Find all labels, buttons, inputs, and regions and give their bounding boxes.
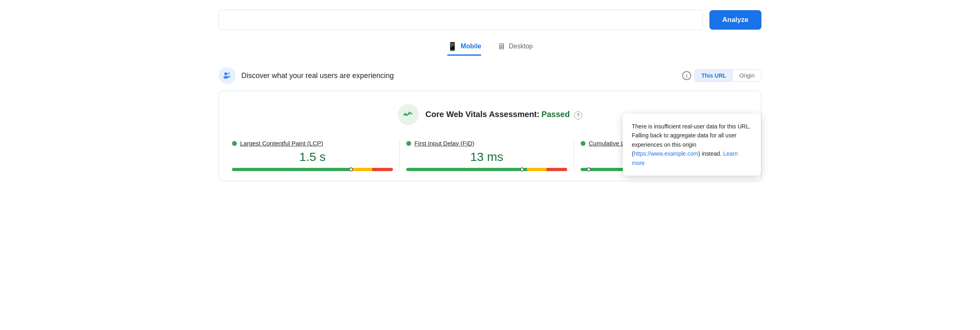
lcp-marker <box>349 167 353 172</box>
cwv-help-icon[interactable]: ? <box>574 111 582 119</box>
tooltip-link[interactable]: https://www.example.com <box>634 150 698 157</box>
tooltip: There is insufficient real-user data for… <box>623 114 761 176</box>
section-header: Discover what your real users are experi… <box>219 67 761 84</box>
svg-point-4 <box>405 114 406 116</box>
section-title-group: Discover what your real users are experi… <box>219 67 394 84</box>
lcp-bar <box>232 168 393 171</box>
origin-toggle[interactable]: Origin <box>733 70 761 81</box>
tab-mobile[interactable]: 📱 Mobile <box>447 41 481 56</box>
tooltip-text-part2: ) instead. <box>698 150 722 157</box>
section-title: Discover what your real users are experi… <box>241 72 394 80</box>
lcp-name[interactable]: Largest Contentful Paint (LCP) <box>240 140 323 147</box>
url-origin-group: i This URL Origin <box>682 69 761 82</box>
cwv-status: Passed <box>541 110 570 119</box>
svg-point-1 <box>228 72 230 74</box>
fid-bar <box>406 168 567 171</box>
cwv-label-group: Core Web Vitals Assessment: Passed ? <box>425 110 582 119</box>
info-icon[interactable]: i <box>682 71 691 80</box>
device-tabs: 📱 Mobile 🖥 Desktop <box>219 41 761 56</box>
lcp-dot <box>232 141 237 146</box>
metric-fid-label-row: First Input Delay (FID) <box>406 140 567 147</box>
url-input[interactable]: https://www.example.com/page1 <box>219 10 703 30</box>
cwv-assessment-label: Core Web Vitals Assessment: <box>425 110 540 119</box>
svg-point-3 <box>227 76 231 78</box>
url-bar-section: https://www.example.com/page1 Analyze <box>219 10 761 30</box>
desktop-icon: 🖥 <box>497 42 505 51</box>
fid-value: 13 ms <box>406 150 567 164</box>
analyze-button[interactable]: Analyze <box>709 10 761 30</box>
metric-lcp-label-row: Largest Contentful Paint (LCP) <box>232 140 393 147</box>
fid-marker <box>520 167 524 172</box>
mobile-icon: 📱 <box>447 41 457 51</box>
fid-name[interactable]: First Input Delay (FID) <box>414 140 475 147</box>
this-url-toggle[interactable]: This URL <box>695 70 733 81</box>
toggle-group: This URL Origin <box>694 69 761 82</box>
svg-point-5 <box>409 113 410 115</box>
cls-dot <box>581 141 585 146</box>
svg-point-0 <box>224 72 228 76</box>
users-icon <box>219 67 236 84</box>
cls-marker <box>587 167 591 172</box>
tab-desktop[interactable]: 🖥 Desktop <box>497 41 533 56</box>
tab-desktop-label: Desktop <box>509 43 533 50</box>
fid-dot <box>406 141 411 146</box>
metric-lcp: Largest Contentful Paint (LCP) 1.5 s <box>232 140 400 171</box>
main-card: There is insufficient real-user data for… <box>219 91 761 181</box>
lcp-value: 1.5 s <box>232 150 393 164</box>
tab-mobile-label: Mobile <box>461 43 481 50</box>
cwv-icon <box>398 104 419 125</box>
metric-fid: First Input Delay (FID) 13 ms <box>400 140 574 171</box>
